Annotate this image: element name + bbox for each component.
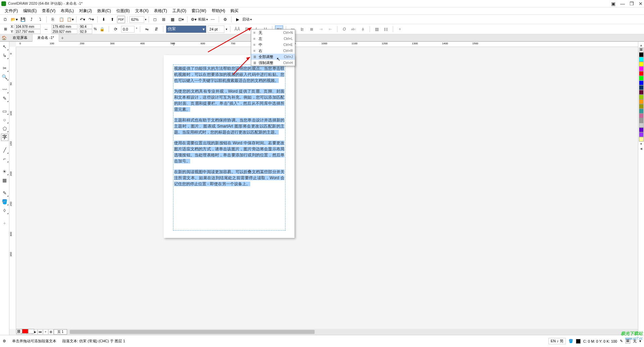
indent-inc-icon[interactable]: ⇥ (317, 26, 325, 33)
artistic-tool-icon[interactable]: ✎ (1, 95, 8, 102)
maximize-icon[interactable]: ❐ (630, 1, 634, 6)
align-right[interactable]: ≡ 右 Ctrl+R (251, 48, 295, 54)
zoom-input[interactable] (129, 16, 144, 23)
pdf-icon[interactable]: PDF (117, 16, 125, 23)
add-tool-icon[interactable]: + (1, 219, 8, 227)
menu-view[interactable]: 查看(V) (40, 7, 57, 14)
color-swatch[interactable] (639, 95, 644, 99)
color-swatch[interactable] (639, 66, 644, 71)
guides-icon[interactable]: ⊡▾ (177, 16, 185, 23)
fill-tool-icon[interactable]: 🪣 (1, 198, 8, 205)
menu-tools[interactable]: 工具(O) (170, 7, 188, 14)
welcome-tab[interactable]: 欢迎屏幕 (8, 34, 33, 42)
fill-swatch[interactable] (576, 339, 581, 344)
numbering-icon[interactable]: ⊵ (298, 26, 306, 33)
align-full[interactable]: ≣ 全部调整 Ctrl+J (251, 54, 295, 60)
page-last-icon[interactable]: ⏭ (38, 329, 43, 335)
dimension-tool-icon[interactable]: ╱ (1, 146, 8, 154)
swatch-empty[interactable] (28, 329, 34, 334)
add-icon[interactable]: + (396, 26, 404, 33)
align-center[interactable]: ≡ 中 Ctrl+E (251, 42, 295, 48)
lang-indicator[interactable]: EN ♪ 简 (548, 338, 566, 344)
mirror-v-icon[interactable]: ⇵ (152, 26, 160, 33)
import-icon[interactable]: ⤵ (36, 16, 44, 23)
eyedropper-tool-icon[interactable]: ✎ (1, 189, 8, 197)
more-icon[interactable]: ⋯ (209, 16, 217, 23)
launch-label[interactable]: 启动 (242, 17, 250, 22)
frame-icon[interactable]: ⫿⫿ (382, 26, 390, 33)
swatch-red[interactable] (22, 329, 28, 334)
character-icon[interactable]: A͎ (359, 26, 367, 33)
menu-edit[interactable]: 编辑(E) (21, 7, 39, 14)
canvas[interactable]: 视频提供了功能强大的方法帮助您证明您的观点。当您单击联机视频时，可以在想要添加的… (16, 47, 639, 329)
connector-tool-icon[interactable]: ⌐ (1, 155, 8, 162)
zoom-tool-icon[interactable]: 🔍 (1, 73, 8, 81)
gear-status-icon[interactable]: ⚙ (3, 339, 6, 343)
color-none[interactable]: ⊠ (639, 48, 644, 52)
mirror-h-icon[interactable]: ⇋ (143, 26, 151, 33)
w-input[interactable] (51, 24, 77, 29)
menu-effect[interactable]: 效果(C) (95, 7, 113, 14)
grid-icon[interactable]: ▦ (168, 16, 176, 23)
text-direction-icon[interactable]: ab↕ (350, 26, 358, 33)
indent-dec-icon[interactable]: ⇤ (326, 26, 334, 33)
settings-icon[interactable]: ▣ (611, 1, 615, 6)
menu-object[interactable]: 对象(J) (77, 7, 94, 14)
color-swatch[interactable] (639, 118, 644, 123)
palette-down-icon[interactable]: ▼ (640, 142, 643, 146)
palette-up-icon[interactable]: ▲ (640, 44, 643, 47)
menu-help[interactable]: 帮助(H) (210, 7, 227, 14)
var-font-icon[interactable]: ĀĀ (233, 26, 241, 33)
pick-tool-icon[interactable]: ↖ (1, 43, 8, 50)
color-black[interactable] (639, 52, 644, 57)
y-input[interactable] (14, 29, 41, 34)
scale-y-input[interactable] (79, 29, 92, 34)
close-icon[interactable]: ✕ (639, 1, 643, 6)
add-tab-icon[interactable]: + (59, 35, 66, 41)
rectangle-tool-icon[interactable]: ▭ (1, 107, 8, 115)
polygon-tool-icon[interactable]: ⬠ (1, 125, 8, 132)
h-scroll-thumb[interactable] (70, 330, 315, 334)
menu-bitmap[interactable]: 位图(B) (114, 7, 132, 14)
menu-text[interactable]: 文本(X) (133, 7, 151, 14)
freehand-tool-icon[interactable]: 〰 (1, 86, 8, 93)
paste-icon[interactable]: 📋 (57, 16, 65, 23)
effects-tool-icon[interactable]: ☀ (1, 168, 8, 175)
import-file-icon[interactable]: ⬇ (100, 16, 108, 23)
page-list-icon[interactable]: ⊞ (48, 329, 54, 335)
palette-expand-icon[interactable]: ◀ (640, 147, 642, 150)
transparency-tool-icon[interactable]: ▦ (1, 177, 8, 184)
color-swatch[interactable] (639, 123, 644, 128)
document-tab[interactable]: 未命名 -1* (33, 34, 59, 42)
font-select[interactable]: 仿宋▾ (166, 26, 206, 33)
columns-icon[interactable]: ▤ (373, 26, 381, 33)
color-swatch[interactable] (639, 90, 644, 95)
home-tab-icon[interactable]: 🏠 (0, 34, 8, 42)
crop-tool-icon[interactable]: ✂ (1, 64, 8, 72)
new-doc-icon[interactable]: 🗋 (1, 16, 9, 23)
menu-file[interactable]: 文件(F) (3, 7, 20, 14)
color-swatch[interactable] (639, 85, 644, 90)
options-icon[interactable]: ⚙▾ (190, 16, 198, 23)
ellipse-tool-icon[interactable]: ○ (1, 116, 8, 123)
rotate-input[interactable] (121, 26, 135, 33)
copy-icon[interactable]: ⎘ (49, 16, 57, 23)
shape-tool-icon[interactable]: ↳ (1, 52, 8, 59)
outline-tool-icon[interactable]: ◊ (1, 207, 8, 214)
color-swatch[interactable] (639, 128, 644, 132)
gear-icon[interactable]: ⚙ (221, 16, 229, 23)
align-force[interactable]: ≣ 强制调整 Ctrl+H (251, 60, 295, 66)
color-swatch[interactable] (639, 57, 644, 62)
lock-ratio-icon[interactable]: 🔒 (98, 26, 106, 33)
menu-table[interactable]: 表格(T) (152, 7, 169, 14)
color-swatch[interactable] (639, 99, 644, 104)
color-swatch[interactable] (639, 81, 644, 85)
fill-indicator-icon[interactable]: 🪣 (569, 339, 573, 343)
open-icon[interactable]: 📂▾ (10, 16, 18, 23)
menu-layout[interactable]: 布局(L) (59, 7, 76, 14)
text-frame[interactable]: 视频提供了功能强大的方法帮助您证明您的观点。当您单击联机视频时，可以在想要添加的… (173, 64, 285, 231)
clipboard-icon[interactable]: 📋▾ (66, 16, 74, 23)
x-input[interactable] (14, 24, 41, 29)
color-swatch[interactable] (639, 109, 644, 113)
color-swatch[interactable] (639, 113, 644, 118)
